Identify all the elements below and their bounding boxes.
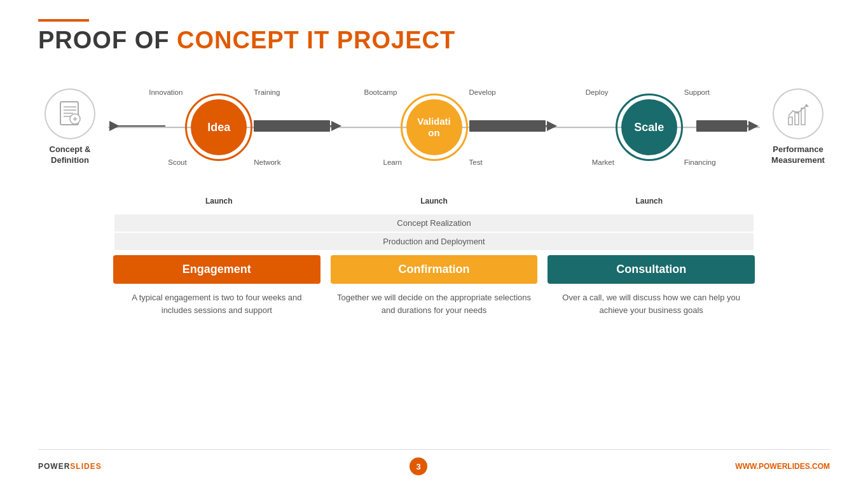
cards-row: Engagement A typical engagement is two t…	[108, 255, 760, 316]
label-support: Support	[684, 88, 710, 96]
page-title: PROOF OF CONCEPT IT PROJECT	[38, 27, 830, 54]
confirmation-header: Confirmation	[331, 255, 538, 284]
concept-label: Concept &Definition	[50, 144, 91, 166]
validation-circle: Validation	[406, 99, 462, 155]
arrow2	[469, 115, 558, 139]
left-arrow	[108, 117, 172, 137]
footer-website: WWW.POWERLIDES.COM	[735, 462, 830, 471]
label-deploy: Deploy	[586, 88, 609, 96]
svg-rect-20	[795, 112, 799, 125]
launch3-label: Launch	[621, 197, 677, 206]
performance-circle	[773, 88, 823, 139]
consultation-header: Consultation	[548, 255, 755, 284]
band2: Production and Deployment	[114, 233, 754, 250]
label-market: Market	[592, 158, 614, 166]
performance-icon	[783, 99, 813, 129]
footer-brand: POWERSLIDES	[38, 462, 102, 471]
launch1-label: Launch	[191, 197, 247, 206]
performance-label: PerformanceMeasurement	[771, 144, 825, 166]
engagement-header: Engagement	[113, 255, 320, 284]
svg-marker-22	[804, 104, 809, 107]
label-learn: Learn	[383, 158, 402, 166]
title-black: PROOF OF	[38, 27, 177, 53]
label-scout: Scout	[168, 158, 186, 166]
svg-rect-17	[696, 120, 747, 132]
page: PROOF OF CONCEPT IT PROJECT	[0, 0, 868, 488]
idea-circle: Idea	[191, 99, 247, 155]
svg-rect-14	[469, 120, 546, 132]
bottom-section: Concept Realization Production and Deplo…	[38, 214, 830, 316]
engagement-body: A typical engagement is two to four week…	[113, 291, 320, 316]
arrow3	[696, 115, 760, 139]
right-side-icon: PerformanceMeasurement	[766, 88, 830, 166]
concept-circle	[45, 88, 95, 139]
title-orange: CONCEPT IT PROJECT	[177, 27, 455, 53]
consultation-body: Over a call, we will discuss how we can …	[548, 291, 755, 316]
validation-label: Validation	[417, 116, 451, 139]
svg-rect-19	[789, 117, 792, 125]
brand-slides: SLIDES	[70, 462, 101, 471]
confirmation-body: Together we will decide on the appropria…	[331, 291, 538, 316]
concept-icon	[55, 99, 85, 129]
band1: Concept Realization	[114, 214, 754, 232]
svg-rect-11	[254, 120, 330, 132]
brand-power: POWER	[38, 462, 70, 471]
arrow1	[254, 115, 343, 139]
confirmation-card: Confirmation Together we will decide on …	[331, 255, 538, 316]
label-network: Network	[254, 158, 280, 166]
consultation-card: Consultation Over a call, we will discus…	[548, 255, 755, 316]
engagement-card: Engagement A typical engagement is two t…	[113, 255, 320, 316]
label-training: Training	[254, 88, 280, 96]
label-bootcamp: Bootcamp	[364, 88, 397, 96]
idea-label: Idea	[207, 121, 230, 134]
launch2-label: Launch	[406, 197, 462, 206]
label-develop: Develop	[469, 88, 496, 96]
diagram-section: Concept &Definition	[38, 67, 830, 188]
flow-area: Idea Innovation Training Scout Network L…	[108, 67, 760, 188]
footer: POWERSLIDES 3 WWW.POWERLIDES.COM	[38, 449, 830, 475]
svg-rect-21	[801, 108, 805, 125]
header-bar	[38, 19, 89, 22]
left-side-icon: Concept &Definition	[38, 88, 102, 166]
label-financing: Financing	[684, 158, 716, 166]
scale-circle: Scale	[621, 99, 677, 155]
page-number: 3	[410, 457, 427, 475]
label-innovation: Innovation	[149, 88, 183, 96]
label-test: Test	[469, 158, 483, 166]
scale-label: Scale	[634, 121, 664, 134]
